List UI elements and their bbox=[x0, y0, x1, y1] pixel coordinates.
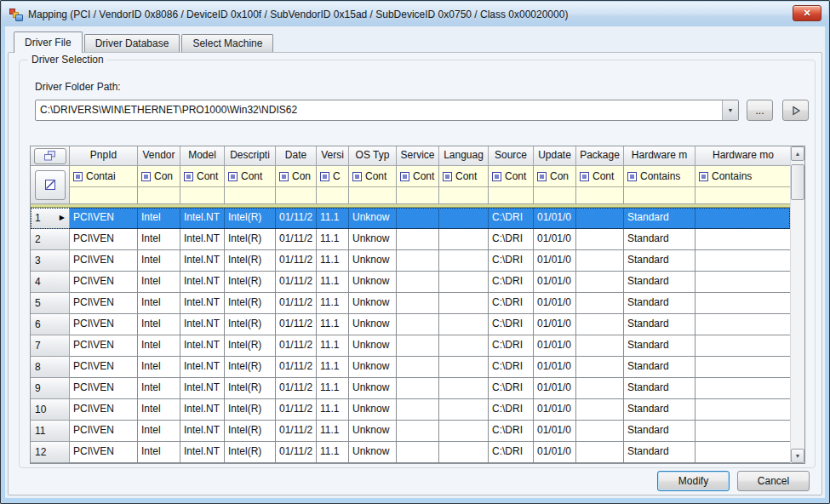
tab-select-machine[interactable]: Select Machine bbox=[181, 34, 273, 52]
cell-descripti[interactable]: Intel(R) bbox=[225, 208, 276, 229]
cell-hardware-mo[interactable] bbox=[695, 442, 790, 463]
column-header-date[interactable]: Date bbox=[276, 146, 317, 166]
cell-vendor[interactable]: Intel bbox=[138, 314, 180, 335]
cell-pnpid[interactable]: PCI\VEN bbox=[70, 378, 138, 399]
table-row-1[interactable]: 1▶PCI\VENIntelIntel.NTIntel(R)01/11/211.… bbox=[31, 208, 790, 229]
cell-vendor[interactable]: Intel bbox=[138, 293, 180, 314]
cell-source[interactable]: C:\DRI bbox=[489, 272, 534, 293]
cell-model[interactable]: Intel.NT bbox=[180, 314, 225, 335]
cell-source[interactable]: C:\DRI bbox=[489, 357, 534, 378]
cell-hardware-mo[interactable] bbox=[695, 421, 790, 442]
cell-hardware-m[interactable]: Standard bbox=[624, 250, 695, 272]
cell-versi[interactable]: 11.1 bbox=[317, 335, 349, 357]
tab-driver-database[interactable]: Driver Database bbox=[84, 34, 180, 52]
row-header-9[interactable]: 9 bbox=[31, 378, 70, 399]
filter-value-cell-hardware-mo[interactable] bbox=[695, 187, 790, 204]
cell-service[interactable] bbox=[397, 335, 439, 357]
row-header-7[interactable]: 7 bbox=[31, 335, 70, 357]
cell-update[interactable]: 01/01/0 bbox=[534, 378, 576, 399]
cell-model[interactable]: Intel.NT bbox=[180, 399, 225, 421]
cell-source[interactable]: C:\DRI bbox=[489, 335, 534, 357]
filter-cell-vendor[interactable]: Con bbox=[138, 166, 180, 187]
cell-hardware-m[interactable]: Standard bbox=[624, 442, 695, 463]
filter-cell-hardware-mo[interactable]: Contains bbox=[695, 166, 790, 187]
row-header-3[interactable]: 3 bbox=[31, 250, 70, 272]
cell-update[interactable]: 01/01/0 bbox=[534, 272, 576, 293]
cell-service[interactable] bbox=[397, 250, 439, 272]
cell-model[interactable]: Intel.NT bbox=[180, 378, 225, 399]
cell-hardware-m[interactable]: Standard bbox=[624, 293, 695, 314]
cell-update[interactable]: 01/01/0 bbox=[534, 399, 576, 421]
cell-os-typ[interactable]: Unknow bbox=[349, 208, 397, 229]
cell-source[interactable]: C:\DRI bbox=[489, 293, 534, 314]
cell-versi[interactable]: 11.1 bbox=[317, 250, 349, 272]
column-header-pnpid[interactable]: PnpId bbox=[70, 146, 138, 166]
table-row-7[interactable]: 7PCI\VENIntelIntel.NTIntel(R)01/11/211.1… bbox=[31, 335, 790, 357]
cell-vendor[interactable]: Intel bbox=[138, 229, 180, 250]
cell-source[interactable]: C:\DRI bbox=[489, 378, 534, 399]
cell-update[interactable]: 01/01/0 bbox=[534, 314, 576, 335]
row-header-12[interactable]: 12 bbox=[31, 442, 70, 463]
cell-model[interactable]: Intel.NT bbox=[180, 250, 225, 272]
row-header-2[interactable]: 2 bbox=[31, 229, 70, 250]
filter-value-cell-hardware-m[interactable] bbox=[624, 187, 695, 204]
modify-button[interactable]: Modify bbox=[657, 471, 730, 491]
filter-value-cell-package[interactable] bbox=[576, 187, 624, 204]
cell-date[interactable]: 01/11/2 bbox=[276, 399, 317, 421]
column-header-versi[interactable]: Versi bbox=[317, 146, 349, 166]
cell-date[interactable]: 01/11/2 bbox=[276, 442, 317, 463]
cell-vendor[interactable]: Intel bbox=[138, 208, 180, 229]
title-bar[interactable]: Mapping (PCI / VendorID 0x8086 / DeviceI… bbox=[2, 2, 828, 26]
cell-package[interactable] bbox=[576, 442, 624, 463]
cell-model[interactable]: Intel.NT bbox=[180, 421, 225, 442]
column-header-vendor[interactable]: Vendor bbox=[138, 146, 180, 166]
cell-source[interactable]: C:\DRI bbox=[489, 229, 534, 250]
filter-value-cell-versi[interactable] bbox=[317, 187, 349, 204]
cell-pnpid[interactable]: PCI\VEN bbox=[70, 314, 138, 335]
cell-source[interactable]: C:\DRI bbox=[489, 314, 534, 335]
cell-pnpid[interactable]: PCI\VEN bbox=[70, 335, 138, 357]
cell-languag[interactable] bbox=[439, 421, 489, 442]
filter-value-cell-model[interactable] bbox=[180, 187, 225, 204]
column-header-os-typ[interactable]: OS Typ bbox=[349, 146, 397, 166]
cell-date[interactable]: 01/11/2 bbox=[276, 272, 317, 293]
cell-descripti[interactable]: Intel(R) bbox=[225, 293, 276, 314]
cell-service[interactable] bbox=[397, 314, 439, 335]
cell-update[interactable]: 01/01/0 bbox=[534, 442, 576, 463]
cell-hardware-mo[interactable] bbox=[695, 399, 790, 421]
column-header-update[interactable]: Update bbox=[534, 146, 576, 166]
cell-descripti[interactable]: Intel(R) bbox=[225, 442, 276, 463]
driver-folder-path-value[interactable]: C:\DRIVERS\WIN\ETHERNET\PRO1000\Win32\ND… bbox=[36, 100, 722, 120]
cell-update[interactable]: 01/01/0 bbox=[534, 229, 576, 250]
cell-os-typ[interactable]: Unknow bbox=[349, 357, 397, 378]
cell-vendor[interactable]: Intel bbox=[138, 335, 180, 357]
filter-value-cell-os-typ[interactable] bbox=[349, 187, 397, 204]
cell-descripti[interactable]: Intel(R) bbox=[225, 314, 276, 335]
cell-hardware-m[interactable]: Standard bbox=[624, 421, 695, 442]
cell-languag[interactable] bbox=[439, 335, 489, 357]
cell-vendor[interactable]: Intel bbox=[138, 399, 180, 421]
clear-filter-button[interactable] bbox=[35, 170, 66, 200]
cell-hardware-m[interactable]: Standard bbox=[624, 335, 695, 357]
cell-date[interactable]: 01/11/2 bbox=[276, 229, 317, 250]
cell-languag[interactable] bbox=[439, 250, 489, 272]
cell-hardware-m[interactable]: Standard bbox=[624, 229, 695, 250]
cell-os-typ[interactable]: Unknow bbox=[349, 293, 397, 314]
filter-cell-hardware-m[interactable]: Contains bbox=[624, 166, 695, 187]
table-row-12[interactable]: 12PCI\VENIntelIntel.NTIntel(R)01/11/211.… bbox=[31, 442, 790, 463]
cell-model[interactable]: Intel.NT bbox=[180, 272, 225, 293]
row-header-1[interactable]: 1▶ bbox=[31, 208, 70, 229]
cell-versi[interactable]: 11.1 bbox=[317, 229, 349, 250]
tab-driver-file[interactable]: Driver File bbox=[14, 32, 83, 53]
row-header-4[interactable]: 4 bbox=[31, 272, 70, 293]
table-row-5[interactable]: 5PCI\VENIntelIntel.NTIntel(R)01/11/211.1… bbox=[31, 293, 790, 314]
filter-cell-update[interactable]: Con bbox=[534, 166, 576, 187]
filter-value-cell-date[interactable] bbox=[276, 187, 317, 204]
column-header-service[interactable]: Service bbox=[397, 146, 439, 166]
cell-update[interactable]: 01/01/0 bbox=[534, 357, 576, 378]
cell-hardware-mo[interactable] bbox=[695, 335, 790, 357]
cell-service[interactable] bbox=[397, 293, 439, 314]
cell-languag[interactable] bbox=[439, 229, 489, 250]
cell-model[interactable]: Intel.NT bbox=[180, 442, 225, 463]
cell-vendor[interactable]: Intel bbox=[138, 272, 180, 293]
